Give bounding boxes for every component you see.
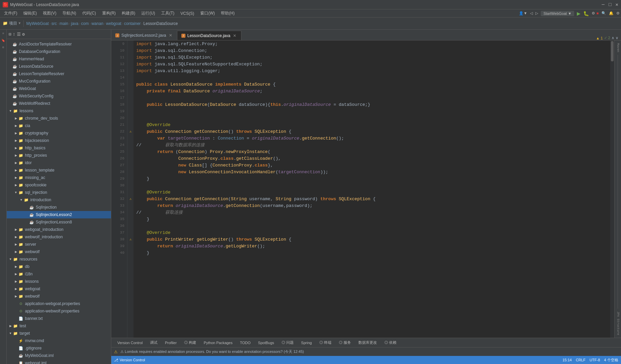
breadcrumb-container[interactable]: container <box>124 21 141 26</box>
minimize-button[interactable]: ─ <box>602 2 604 7</box>
git-status[interactable]: ⎇ Version Control <box>114 358 145 362</box>
nav-up[interactable]: ∧ <box>612 36 614 40</box>
bottom-tab-profiler[interactable]: Profiler <box>161 340 180 346</box>
tree-item-banner[interactable]: 📄 banner.txt <box>7 315 111 322</box>
jpa-structure-label[interactable]: JPA Structure <box>616 310 620 336</box>
tree-item-gitignore[interactable]: 📄 .gitignore <box>7 344 111 352</box>
bottom-tab-services[interactable]: ◎ 服务 <box>335 339 354 346</box>
bottom-tab-deps[interactable]: ◎ 依赖 <box>381 339 400 346</box>
bottom-tab-build[interactable]: ◎ 构建 <box>181 339 200 346</box>
tree-item-res-webgoat[interactable]: ▶ 📁 webgoat <box>7 285 111 293</box>
tree-item-websecurity[interactable]: ☕ WebSecurityConfig <box>7 92 111 100</box>
tree-item-lesson-template[interactable]: ▶ 📁 lesson_template <box>7 166 111 174</box>
menu-edit[interactable]: 编辑(E) <box>21 10 39 17</box>
status-indent[interactable]: 4 个空格 <box>604 358 618 363</box>
tree-item-mvc[interactable]: ☕ MvcConfiguration <box>7 78 111 85</box>
menu-code[interactable]: 代码(C) <box>80 10 99 17</box>
tree-item-lessontemplate[interactable]: ☕ LessonTemplateResolver <box>7 70 111 78</box>
tree-item-httpproxies[interactable]: ▶ 📁 http_proxies <box>7 152 111 159</box>
status-linesep[interactable]: CRLF <box>576 358 586 362</box>
status-encoding[interactable]: UTF-8 <box>590 358 600 362</box>
config-icon[interactable]: ☰ <box>17 32 21 37</box>
tree-item-webwolf-folder[interactable]: ▶ 📁 webwolf <box>7 248 111 255</box>
bottom-tab-todo[interactable]: TODO <box>237 340 254 346</box>
collapse-all-icon[interactable]: ⊟ <box>9 32 11 37</box>
tree-item-asciidoctor[interactable]: ☕ AsciiDoctorTemplateResolver <box>7 40 111 48</box>
bottom-tab-terminal[interactable]: ◎ 终端 <box>316 339 335 346</box>
tree-item-chrome[interactable]: ▶ 📁 chrome_dev_tools <box>7 115 111 122</box>
menu-tools[interactable]: 工具(T) <box>158 10 177 17</box>
tree-item-sqli[interactable]: ▼ 📁 sql_injection <box>7 189 111 196</box>
tree-item-sqli-lesson8[interactable]: ☕ SqlInjectionLesson8 <box>7 218 111 226</box>
tree-item-sqli-lesson2[interactable]: ☕ SqlInjectionLesson2 <box>7 211 111 218</box>
settings-icon[interactable]: ⚙ <box>616 11 620 16</box>
run-config-dropdown[interactable]: StartWebGoat ▼ <box>541 11 574 16</box>
vertical-scrollbar[interactable] <box>610 40 614 338</box>
tree-item-res-webwolf[interactable]: ▶ 📁 webwolf <box>7 293 111 300</box>
bookmarks-icon[interactable]: 🔖 <box>1 38 6 43</box>
breadcrumb-src[interactable]: src <box>51 21 57 26</box>
breadcrumb-java[interactable]: java <box>71 21 79 26</box>
bottom-tab-version-control[interactable]: Version Control <box>114 340 146 346</box>
breadcrumb-wanan[interactable]: wanan <box>91 21 103 26</box>
tree-item-hammerhead[interactable]: ☕ HammerHead <box>7 55 111 63</box>
bottom-tab-spring[interactable]: Spring <box>298 340 315 346</box>
tree-item-cryptography[interactable]: ▶ 📁 cryptography <box>7 129 111 137</box>
tree-item-test[interactable]: ▶ 📁 test <box>7 322 111 330</box>
breadcrumb-lessondatasource[interactable]: LessonDataSource <box>143 21 178 26</box>
user-icon[interactable]: 👤▼ <box>519 11 527 16</box>
tree-item-props-webgoat[interactable]: ⚙ application-webgoat.properties <box>7 300 111 307</box>
maximize-button[interactable]: □ <box>609 2 611 7</box>
tree-item-webwolf[interactable]: ☕ WebWolfRedirect <box>7 100 111 107</box>
nav-down[interactable]: ∨ <box>616 36 618 40</box>
tree-item-hijack[interactable]: ▶ 📁 hijacksession <box>7 137 111 144</box>
bottom-tab-issues[interactable]: ◎ 问题 <box>278 339 297 346</box>
run-icon2[interactable]: ⚙ <box>592 11 595 16</box>
breadcrumb-mywebgoat[interactable]: MyWebGoat <box>26 21 49 26</box>
menu-nav[interactable]: 导航(N) <box>60 10 79 17</box>
tab-close-active-button[interactable]: ✕ <box>232 33 237 38</box>
tree-item-idor[interactable]: ▶ 📁 idor <box>7 159 111 166</box>
tree-item-i18n[interactable]: ▶ 📁 i18n <box>7 270 111 278</box>
tab-sqlinjection-lesson2[interactable]: J SqlInjectionLesson2.java ✕ <box>111 31 177 40</box>
settings-sidebar-icon[interactable]: ⚙ <box>1 44 6 50</box>
bottom-tab-python[interactable]: Python Packages <box>200 340 236 346</box>
nav-back[interactable]: ◁ <box>530 11 533 16</box>
stop-icon[interactable]: ■ <box>596 11 599 16</box>
tree-item-missing-ac[interactable]: ▶ 📁 missing_ac <box>7 174 111 181</box>
maven-label[interactable]: Maven <box>616 42 620 54</box>
tree-item-webgoat[interactable]: ☕ WebGoat <box>7 85 111 92</box>
tab-lessondatasource[interactable]: J LessonDataSource.java ✕ <box>177 31 241 40</box>
tree-item-webgoat-intro[interactable]: ▶ 📁 webgoat_introduction <box>7 226 111 233</box>
project-dropdown[interactable]: ▼ <box>19 22 21 25</box>
tree-item-introduction[interactable]: ▼ 📁 introduction <box>7 196 111 204</box>
sort-icon[interactable]: ↕ <box>13 32 16 37</box>
tree-item-lessons[interactable]: ▼ 📁 lessons <box>7 107 111 115</box>
tree-item-db[interactable]: ▶ 📁 db <box>7 263 111 270</box>
debug-button[interactable]: 🐛 <box>583 11 589 16</box>
menu-help[interactable]: 帮助(H) <box>218 10 237 17</box>
menu-window[interactable]: 窗口(W) <box>198 10 217 17</box>
tree-item-spoof[interactable]: ▶ 📁 spoofcookie <box>7 181 111 189</box>
tree-item-iml[interactable]: ☕ MyWebGoat.iml <box>7 352 111 359</box>
tree-item-cia[interactable]: ▶ 📁 cia <box>7 122 111 129</box>
tree-item-server[interactable]: ▶ 📁 server <box>7 241 111 248</box>
bottom-tab-spotbugs[interactable]: SpotBugs <box>255 340 277 346</box>
menu-build[interactable]: 构建(B) <box>119 10 138 17</box>
status-position[interactable]: 15:14 <box>562 358 572 362</box>
menu-view[interactable]: 视图(V) <box>40 10 59 17</box>
tree-item-db-config[interactable]: ☕ DatabaseConfiguration <box>7 48 111 55</box>
tree-item-webwolf-intro[interactable]: ▶ 📁 webwolf_introduction <box>7 233 111 241</box>
menu-refactor[interactable]: 重构(R) <box>99 10 119 17</box>
tree-item-httpbasics[interactable]: ▶ 📁 http_basics <box>7 144 111 152</box>
run-button[interactable]: ▶ <box>577 11 581 16</box>
tree-item-mvnw[interactable]: ⚡ mvnw.cmd <box>7 337 111 344</box>
tree-item-webgoat-iml[interactable]: 📋 webgoat.iml <box>7 359 111 364</box>
breadcrumb-com[interactable]: com <box>81 21 89 26</box>
bottom-tab-debug[interactable]: 调试 <box>147 339 161 346</box>
settings-icon-sidebar[interactable]: ⚙ <box>22 32 25 37</box>
bottom-tab-db-changes[interactable]: 数据库更改 <box>355 339 380 346</box>
tree-item-lessondatasource[interactable]: ☕ LessonDataSource <box>7 63 111 70</box>
close-button[interactable]: ✕ <box>616 2 618 7</box>
scrollbar-thumb[interactable] <box>611 41 614 61</box>
